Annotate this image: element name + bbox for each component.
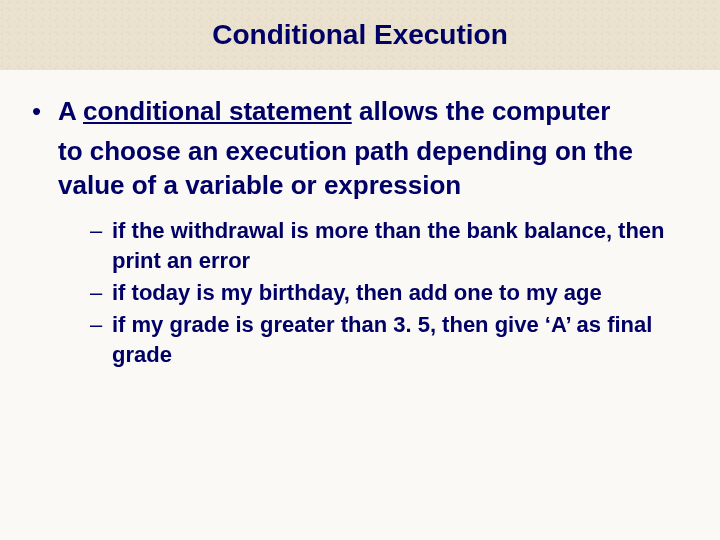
dash-icon: – (90, 310, 112, 370)
main-prefix: A (58, 96, 83, 126)
sub-bullet-item: – if my grade is greater than 3. 5, then… (90, 310, 690, 370)
slide-title: Conditional Execution (212, 19, 508, 51)
title-band: Conditional Execution (0, 0, 720, 70)
dash-icon: – (90, 216, 112, 276)
main-text-line2: to choose an execution path depending on… (58, 134, 690, 202)
sub-text: if the withdrawal is more than the bank … (112, 216, 690, 276)
main-bullet: • A conditional statement allows the com… (30, 94, 690, 128)
bullet-dot: • (30, 94, 58, 128)
sub-bullet-item: – if today is my birthday, then add one … (90, 278, 690, 308)
main-suffix: allows the computer (352, 96, 611, 126)
sub-text: if today is my birthday, then add one to… (112, 278, 602, 308)
main-underlined: conditional statement (83, 96, 352, 126)
slide-content: • A conditional statement allows the com… (0, 70, 720, 370)
dash-icon: – (90, 278, 112, 308)
sub-bullet-item: – if the withdrawal is more than the ban… (90, 216, 690, 276)
main-text-line1: A conditional statement allows the compu… (58, 94, 610, 128)
sub-bullet-list: – if the withdrawal is more than the ban… (90, 216, 690, 370)
sub-text: if my grade is greater than 3. 5, then g… (112, 310, 690, 370)
